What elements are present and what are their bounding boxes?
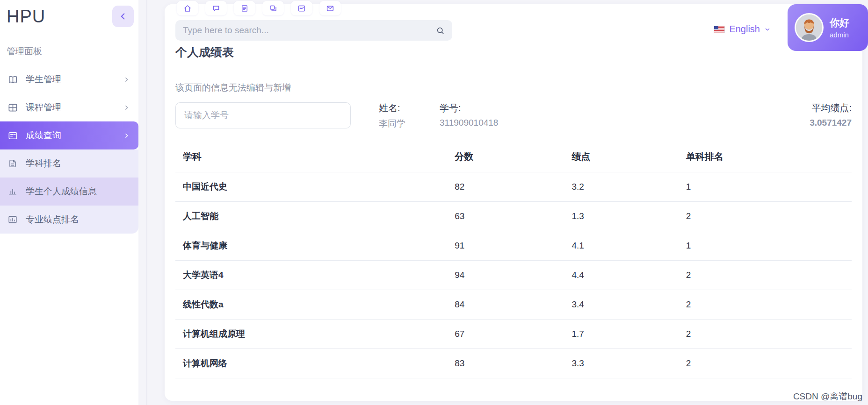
grade-query-submenu: 学科排名 学生个人成绩信息 专业绩点排名 bbox=[0, 149, 138, 234]
average-gpa-field: 平均绩点: 3.0571427 bbox=[810, 102, 852, 128]
cell-subject: 人工智能 bbox=[175, 202, 447, 231]
student-id-field: 学号: 311909010418 bbox=[440, 102, 498, 128]
sidebar-subitem-personal-grade-info[interactable]: 学生个人成绩信息 bbox=[0, 178, 138, 206]
sidebar-item-label: 成绩查询 bbox=[26, 129, 61, 142]
grid-icon bbox=[7, 102, 18, 113]
user-profile-chip[interactable]: 你好 admin bbox=[788, 4, 868, 51]
sidebar-item-grade-query[interactable]: 成绩查询 bbox=[0, 121, 138, 149]
cell-gpa: 4.1 bbox=[564, 231, 678, 261]
cell-score: 94 bbox=[447, 261, 564, 290]
gpa-label: 平均绩点: bbox=[810, 102, 852, 114]
table-row: 计算机网络 83 3.3 2 bbox=[175, 349, 852, 378]
chevron-right-icon bbox=[123, 132, 130, 139]
app-logo: HPU bbox=[7, 6, 45, 27]
name-value: 李同学 bbox=[379, 118, 405, 130]
forum-icon bbox=[269, 4, 277, 13]
student-name-field: 姓名: 李同学 bbox=[379, 102, 405, 130]
student-id-input[interactable] bbox=[175, 102, 351, 128]
quick-tab-documents[interactable] bbox=[234, 1, 255, 15]
sidebar-header: HPU bbox=[0, 0, 138, 27]
cell-rank: 2 bbox=[679, 320, 852, 349]
column-header-rank: 单科排名 bbox=[679, 142, 852, 172]
chart-window-icon bbox=[297, 4, 306, 13]
table-row: 大学英语4 94 4.4 2 bbox=[175, 261, 852, 290]
quick-tab-forum[interactable] bbox=[262, 1, 284, 15]
watermark: CSDN @离谱bug bbox=[793, 391, 862, 403]
sidebar: HPU 管理面板 学生管理 课程管理 bbox=[0, 0, 138, 405]
table-row: 线性代数a 84 3.4 2 bbox=[175, 290, 852, 320]
language-label: English bbox=[729, 24, 760, 35]
sidebar-item-course-management[interactable]: 课程管理 bbox=[0, 93, 138, 121]
cell-score: 82 bbox=[447, 172, 564, 202]
sidebar-subitem-major-gpa-ranking[interactable]: 专业绩点排名 bbox=[0, 206, 138, 234]
cell-subject: 计算机组成原理 bbox=[175, 320, 447, 349]
chevron-left-icon bbox=[118, 11, 128, 21]
cell-rank: 1 bbox=[679, 172, 852, 202]
sidebar-subitem-label: 学生个人成绩信息 bbox=[26, 185, 97, 198]
cell-subject: 体育与健康 bbox=[175, 231, 447, 261]
language-selector[interactable]: English bbox=[714, 24, 771, 35]
sidebar-item-label: 学生管理 bbox=[26, 73, 61, 85]
page-content: 个人成绩表 该页面的信息无法编辑与新增 姓名: 李同学 学号: 31190901… bbox=[175, 37, 852, 378]
chat-bubble-icon bbox=[212, 4, 220, 13]
page-note: 该页面的信息无法编辑与新增 bbox=[175, 82, 852, 93]
mail-icon bbox=[326, 4, 334, 13]
cell-gpa: 1.3 bbox=[564, 202, 678, 231]
cell-rank: 1 bbox=[679, 231, 852, 261]
user-info: 你好 admin bbox=[830, 16, 849, 39]
sidebar-menu: 学生管理 课程管理 成绩查询 bbox=[0, 65, 138, 234]
table-header-row: 学科 分数 绩点 单科排名 bbox=[175, 142, 852, 172]
book-icon bbox=[7, 74, 18, 85]
grades-card-icon bbox=[7, 130, 18, 141]
user-greeting: 你好 bbox=[830, 16, 849, 29]
student-filter-row: 姓名: 李同学 学号: 311909010418 平均绩点: 3.0571427 bbox=[175, 102, 852, 130]
sidebar-subitem-subject-ranking[interactable]: 学科排名 bbox=[0, 149, 138, 178]
cell-subject: 线性代数a bbox=[175, 290, 447, 320]
cell-gpa: 3.4 bbox=[564, 290, 678, 320]
sidebar-subitem-label: 专业绩点排名 bbox=[26, 213, 79, 226]
cell-rank: 2 bbox=[679, 202, 852, 231]
quick-nav-tabs bbox=[177, 1, 341, 15]
gpa-value: 3.0571427 bbox=[810, 118, 852, 128]
cell-score: 67 bbox=[447, 320, 564, 349]
cell-gpa: 3.3 bbox=[564, 349, 678, 378]
cell-gpa: 3.2 bbox=[564, 172, 678, 202]
search-icon[interactable] bbox=[436, 26, 445, 35]
quick-tab-mail[interactable] bbox=[319, 1, 341, 15]
student-id-label: 学号: bbox=[440, 102, 498, 114]
cell-score: 84 bbox=[447, 290, 564, 320]
table-row: 中国近代史 82 3.2 1 bbox=[175, 172, 852, 202]
panel-label: 管理面板 bbox=[7, 46, 138, 57]
quick-tab-home[interactable] bbox=[177, 1, 198, 15]
cell-gpa: 1.7 bbox=[564, 320, 678, 349]
sidebar-item-label: 课程管理 bbox=[26, 101, 61, 114]
table-row: 计算机组成原理 67 1.7 2 bbox=[175, 320, 852, 349]
quick-tab-analytics[interactable] bbox=[291, 1, 312, 15]
sidebar-item-student-management[interactable]: 学生管理 bbox=[0, 65, 138, 93]
chevron-right-icon bbox=[123, 76, 130, 83]
document-icon bbox=[7, 158, 18, 169]
cell-rank: 2 bbox=[679, 261, 852, 290]
search-input[interactable] bbox=[183, 25, 436, 36]
chart-box-icon bbox=[7, 214, 18, 225]
table-row: 体育与健康 91 4.1 1 bbox=[175, 231, 852, 261]
content-divider bbox=[146, 0, 147, 405]
cell-subject: 大学英语4 bbox=[175, 261, 447, 290]
cell-score: 91 bbox=[447, 231, 564, 261]
cell-score: 63 bbox=[447, 202, 564, 231]
user-name: admin bbox=[830, 31, 849, 39]
cell-rank: 2 bbox=[679, 290, 852, 320]
column-header-gpa: 绩点 bbox=[564, 142, 678, 172]
home-icon bbox=[183, 4, 192, 13]
cell-subject: 计算机网络 bbox=[175, 349, 447, 378]
sidebar-collapse-button[interactable] bbox=[112, 6, 134, 27]
cell-gpa: 4.4 bbox=[564, 261, 678, 290]
cell-subject: 中国近代史 bbox=[175, 172, 447, 202]
cell-rank: 2 bbox=[679, 349, 852, 378]
cell-score: 83 bbox=[447, 349, 564, 378]
us-flag-icon bbox=[714, 26, 725, 33]
quick-tab-chat[interactable] bbox=[205, 1, 227, 15]
main-content-card: 个人成绩表 该页面的信息无法编辑与新增 姓名: 李同学 学号: 31190901… bbox=[165, 4, 862, 401]
column-header-subject: 学科 bbox=[175, 142, 447, 172]
grades-table: 学科 分数 绩点 单科排名 中国近代史 82 3.2 1 人工智能 63 1.3 bbox=[175, 142, 852, 378]
